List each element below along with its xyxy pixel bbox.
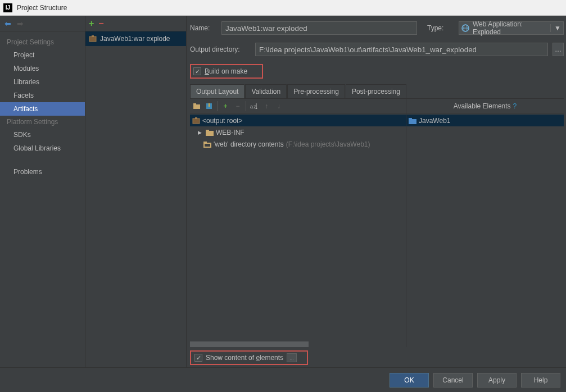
toolbar-separator (246, 101, 246, 111)
sidebar-item-sdks[interactable]: SDKs (0, 128, 85, 142)
browse-button[interactable]: … (553, 43, 564, 56)
main-area: ⬅ ➡ Project Settings Project Modules Lib… (0, 16, 566, 367)
help-icon[interactable]: ? (513, 102, 517, 110)
artifact-icon (89, 35, 97, 43)
new-archive-icon[interactable] (205, 102, 214, 111)
sidebar-item-facets[interactable]: Facets (0, 89, 85, 102)
artifact-list-item-label: JavaWeb1:war explode (100, 35, 170, 43)
webinf-row[interactable]: ▶ WEB-INF (190, 126, 406, 138)
tabs: Output Layout Validation Pre-processing … (190, 84, 564, 99)
build-on-make-checkbox[interactable] (193, 67, 201, 75)
svg-rect-5 (193, 104, 200, 109)
detail-panel: Name: Type: Web Application: Exploded ▼ … (187, 16, 566, 367)
tab-post-processing[interactable]: Post-processing (346, 84, 406, 98)
svg-rect-16 (203, 142, 207, 143)
svg-rect-12 (195, 117, 197, 119)
sidebar-heading-project-settings: Project Settings (0, 36, 85, 48)
svg-rect-17 (205, 144, 210, 147)
svg-rect-0 (89, 37, 96, 42)
available-module-label: JavaWeb1 (419, 117, 450, 125)
sidebar-item-libraries[interactable]: Libraries (0, 75, 85, 89)
button-bar: OK Cancel Apply Help (0, 367, 566, 392)
available-elements-panel: Available Elements ? JavaWeb1 (406, 99, 564, 347)
type-select-text: Web Application: Exploded (473, 20, 547, 36)
sidebar-item-modules[interactable]: Modules (0, 62, 85, 75)
build-on-make-row[interactable]: Build on make (190, 64, 263, 79)
new-folder-icon[interactable] (192, 102, 201, 111)
remove-icon[interactable]: − (98, 19, 103, 29)
list-toolbar: + − (85, 16, 186, 31)
output-root-row[interactable]: <output root> (190, 115, 406, 126)
sidebar-item-global-libraries[interactable]: Global Libraries (0, 142, 85, 155)
app-icon: IJ (3, 3, 12, 12)
webdir-path: (F:\idea projects\JavaWeb1) (286, 140, 370, 148)
ok-button[interactable]: OK (390, 373, 429, 388)
webdir-row[interactable]: 'web' directory contents (F:\idea projec… (190, 138, 406, 150)
svg-text:a: a (250, 104, 253, 110)
nav-arrows: ⬅ ➡ (0, 16, 85, 31)
help-button[interactable]: Help (521, 373, 560, 388)
module-icon (409, 117, 416, 124)
remove-item-icon[interactable]: − (233, 102, 242, 111)
scrollbar-horizontal[interactable] (190, 341, 406, 347)
name-row: Name: Type: Web Application: Exploded ▼ (190, 21, 564, 35)
svg-rect-6 (193, 103, 196, 105)
layout-tree[interactable]: <output root> ▶ WEB-INF 'web' directory … (190, 113, 406, 341)
window-title: Project Structure (17, 4, 67, 12)
sidebar-section-project: Project Settings Project Modules Librari… (0, 31, 85, 179)
available-elements-label: Available Elements (454, 102, 511, 110)
svg-rect-8 (209, 103, 210, 107)
scrollbar-thumb[interactable] (190, 341, 309, 347)
cancel-button[interactable]: Cancel (433, 373, 473, 388)
show-content-checkbox[interactable] (194, 354, 202, 362)
outdir-label: Output directory: (190, 45, 251, 53)
build-on-make-label: Build on make (205, 67, 247, 75)
tab-pre-processing[interactable]: Pre-processing (287, 84, 345, 98)
back-arrow-icon[interactable]: ⬅ (4, 19, 11, 28)
svg-rect-19 (409, 118, 412, 120)
name-input[interactable] (221, 21, 417, 35)
tab-validation[interactable]: Validation (245, 84, 287, 98)
toolbar-separator (217, 101, 218, 111)
move-down-icon[interactable]: ↓ (274, 102, 283, 111)
folder-icon (206, 129, 214, 136)
show-content-browse-icon[interactable]: … (287, 353, 297, 362)
forward-arrow-icon[interactable]: ➡ (17, 19, 24, 28)
move-up-icon[interactable]: ↑ (262, 102, 271, 111)
sort-icon[interactable]: az (250, 102, 259, 111)
show-content-row[interactable]: Show content of elements … (190, 350, 308, 365)
titlebar: IJ Project Structure (0, 0, 566, 16)
sidebar-item-artifacts[interactable]: Artifacts (0, 102, 85, 116)
webdir-label: 'web' directory contents (214, 140, 284, 148)
sidebar-item-project[interactable]: Project (0, 48, 85, 62)
web-app-icon (461, 24, 469, 32)
add-icon[interactable]: + (89, 19, 94, 29)
artifact-list-item[interactable]: JavaWeb1:war explode (85, 31, 186, 46)
svg-rect-18 (409, 119, 416, 124)
chevron-down-icon: ▼ (550, 24, 561, 32)
output-layout-area: + − az ↑ ↓ <output root> ▶ WEB-INF (190, 99, 564, 347)
sidebar-item-problems[interactable]: Problems (0, 165, 85, 179)
svg-rect-11 (193, 118, 200, 124)
show-content-label: Show content of elements (206, 354, 283, 362)
available-module-row[interactable]: JavaWeb1 (406, 115, 564, 126)
dir-contents-icon (203, 141, 211, 148)
available-elements-header: Available Elements ? (406, 99, 564, 113)
add-copy-icon[interactable]: + (221, 102, 230, 111)
artifact-root-icon (192, 117, 200, 125)
apply-button[interactable]: Apply (477, 373, 517, 388)
sidebar: ⬅ ➡ Project Settings Project Modules Lib… (0, 16, 85, 367)
svg-rect-1 (92, 35, 94, 37)
layout-left-panel: + − az ↑ ↓ <output root> ▶ WEB-INF (190, 99, 406, 347)
webinf-label: WEB-INF (216, 129, 244, 136)
svg-rect-13 (206, 131, 214, 136)
expand-icon[interactable]: ▶ (198, 130, 203, 135)
type-select[interactable]: Web Application: Exploded ▼ (459, 21, 564, 35)
artifact-list-panel: + − JavaWeb1:war explode (85, 16, 187, 367)
available-tree[interactable]: JavaWeb1 (406, 113, 564, 347)
outdir-input[interactable] (255, 43, 548, 56)
layout-toolbar: + − az ↑ ↓ (190, 99, 406, 113)
sidebar-heading-platform-settings: Platform Settings (0, 116, 85, 128)
tab-output-layout[interactable]: Output Layout (190, 84, 244, 98)
type-label: Type: (427, 24, 454, 32)
